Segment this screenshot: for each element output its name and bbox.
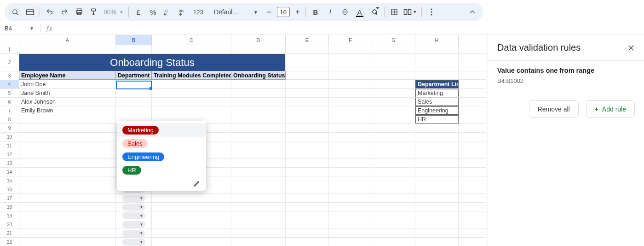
column-header-cell[interactable]: Department	[116, 71, 152, 80]
cell[interactable]	[372, 238, 415, 246]
row-header[interactable]: 22	[0, 238, 19, 246]
col-header-D[interactable]: D	[231, 35, 286, 45]
cell[interactable]	[286, 98, 329, 106]
cell[interactable]	[19, 168, 116, 176]
cell[interactable]	[459, 45, 486, 53]
cell[interactable]	[329, 194, 372, 202]
cell[interactable]	[329, 185, 372, 193]
cell[interactable]	[329, 106, 372, 115]
cell[interactable]	[286, 194, 329, 202]
cell[interactable]	[19, 185, 116, 193]
validation-rule-item[interactable]: Value contains one from range B4:B1002	[488, 61, 644, 91]
cell[interactable]	[286, 54, 329, 71]
cell[interactable]	[19, 124, 116, 132]
select-all-corner[interactable]	[0, 35, 19, 45]
row-header[interactable]: 17	[0, 194, 19, 203]
cell[interactable]	[231, 141, 286, 150]
cell[interactable]	[286, 71, 329, 80]
cell[interactable]	[459, 141, 486, 150]
col-header-B[interactable]: B	[116, 35, 152, 45]
cell[interactable]	[329, 203, 372, 211]
row-header[interactable]: 1	[0, 45, 19, 54]
col-header-A[interactable]: A	[19, 35, 116, 45]
cell[interactable]	[329, 71, 372, 80]
cell[interactable]	[286, 115, 329, 123]
cell[interactable]	[19, 194, 116, 202]
cell[interactable]	[152, 98, 231, 106]
dropdown-cell[interactable]: ▾	[116, 220, 152, 228]
cell[interactable]	[372, 194, 415, 202]
zoom-level[interactable]: 90% ▼	[102, 8, 126, 16]
cell[interactable]	[459, 168, 486, 176]
cell[interactable]	[415, 71, 459, 80]
dv-option[interactable]: HR	[117, 164, 206, 177]
cell[interactable]	[286, 203, 329, 211]
cell[interactable]	[152, 45, 231, 53]
menus-icon[interactable]	[23, 5, 37, 19]
dv-edit-button[interactable]	[117, 177, 206, 188]
column-header-cell[interactable]: Training Modules Completed	[152, 71, 231, 80]
cell[interactable]	[231, 133, 286, 141]
cell[interactable]	[286, 176, 329, 185]
more-formats-button[interactable]: 123	[190, 5, 206, 19]
search-icon[interactable]	[8, 5, 22, 19]
dept-list-item[interactable]: Engineering	[415, 106, 459, 115]
cell[interactable]	[286, 211, 329, 220]
cell[interactable]	[19, 211, 116, 220]
remove-all-button[interactable]: Remove all	[529, 100, 579, 118]
cell[interactable]	[329, 98, 372, 106]
cell[interactable]	[152, 194, 231, 202]
cell[interactable]	[19, 220, 116, 228]
cell[interactable]: Emily Brown	[19, 106, 116, 115]
cell[interactable]	[286, 106, 329, 115]
dv-option[interactable]: Engineering	[117, 150, 206, 164]
cell[interactable]	[231, 80, 286, 88]
cell[interactable]	[459, 89, 486, 97]
cell[interactable]	[19, 115, 116, 123]
cell[interactable]	[329, 89, 372, 97]
cell[interactable]	[19, 45, 116, 53]
cell[interactable]	[152, 238, 231, 246]
cell[interactable]	[415, 168, 459, 176]
cell[interactable]	[286, 89, 329, 97]
row-header[interactable]: 16	[0, 185, 19, 194]
cell[interactable]	[459, 54, 486, 71]
increase-font-button[interactable]: +	[293, 5, 303, 19]
row-header[interactable]: 3	[0, 71, 19, 80]
cell[interactable]	[19, 159, 116, 167]
increase-decimal-button[interactable]: .00	[176, 5, 190, 19]
cell[interactable]	[372, 89, 415, 97]
print-icon[interactable]	[72, 5, 86, 19]
cell[interactable]	[231, 194, 286, 202]
cell[interactable]	[415, 159, 459, 167]
row-header[interactable]: 14	[0, 168, 19, 176]
row-header[interactable]: 11	[0, 141, 19, 150]
cell[interactable]	[459, 106, 486, 115]
cell[interactable]	[19, 229, 116, 237]
cell[interactable]	[231, 211, 286, 220]
cell[interactable]	[286, 229, 329, 237]
cell[interactable]	[231, 168, 286, 176]
cell[interactable]	[372, 211, 415, 220]
col-header-E[interactable]: E	[286, 35, 329, 45]
cell[interactable]	[459, 185, 486, 193]
cell[interactable]	[329, 150, 372, 158]
dv-option[interactable]: Sales	[117, 137, 206, 150]
font-select[interactable]: Defaul…	[212, 8, 253, 16]
strikethrough-button[interactable]	[338, 5, 352, 19]
cell[interactable]	[372, 185, 415, 193]
currency-button[interactable]: £	[132, 5, 145, 19]
cell[interactable]	[459, 203, 486, 211]
cell[interactable]	[231, 159, 286, 167]
cell[interactable]	[286, 168, 329, 176]
undo-icon[interactable]	[43, 5, 57, 19]
dv-option[interactable]: Marketing	[117, 123, 206, 137]
cell[interactable]	[459, 238, 486, 246]
cell[interactable]	[329, 141, 372, 150]
cell[interactable]	[329, 45, 372, 53]
cell[interactable]: Jane Smith	[19, 89, 116, 97]
row-header[interactable]: 15	[0, 176, 19, 185]
cell[interactable]	[152, 203, 231, 211]
cell[interactable]	[459, 194, 486, 202]
cell[interactable]	[329, 159, 372, 167]
